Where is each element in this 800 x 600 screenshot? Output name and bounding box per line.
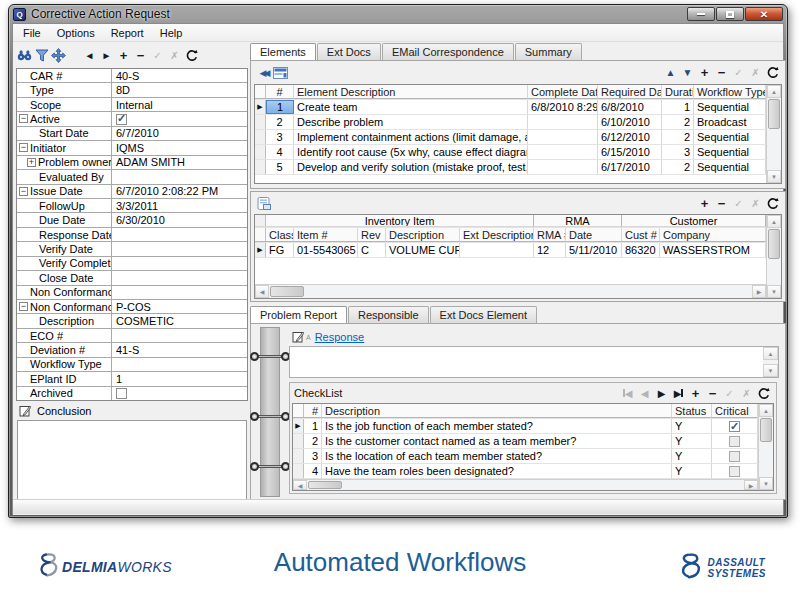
cell-rma[interactable]: 12: [534, 243, 566, 257]
cell-description[interactable]: VOLUME CUP: [386, 243, 460, 257]
scroll-up-icon[interactable]: ▲: [763, 347, 778, 360]
table-row[interactable]: 5Develop and verify solution (mistake pr…: [255, 160, 766, 175]
delete-record-icon[interactable]: −: [132, 47, 149, 63]
column-header-company[interactable]: Company: [660, 228, 766, 242]
column-header-cust[interactable]: Cust #: [622, 228, 660, 242]
cell-duration[interactable]: 2: [662, 130, 694, 144]
table-row[interactable]: 4Have the team roles been designated?Y: [293, 464, 758, 479]
property-value[interactable]: IQMS: [112, 141, 247, 154]
cell-duration[interactable]: 3: [662, 145, 694, 159]
property-value[interactable]: COSMETIC: [112, 314, 247, 327]
refresh-items-icon[interactable]: [764, 195, 781, 211]
checkbox-unchecked[interactable]: [729, 451, 740, 462]
prior-row-icon[interactable]: ◀: [636, 385, 653, 401]
cell-workflow-type[interactable]: Sequential: [694, 130, 766, 144]
column-header-class[interactable]: Class: [266, 228, 294, 242]
cell-ext-description[interactable]: [460, 243, 534, 257]
post-element-icon[interactable]: ✓: [730, 65, 747, 81]
report-icon[interactable]: [255, 195, 272, 211]
property-value[interactable]: 6/7/2010: [112, 127, 247, 140]
cell-required-date[interactable]: 6/12/2010: [598, 130, 662, 144]
collapse-all-icon[interactable]: ◀◀: [255, 65, 272, 81]
checkbox-checked[interactable]: [729, 421, 740, 432]
menu-help[interactable]: Help: [152, 25, 191, 41]
property-value[interactable]: [112, 242, 247, 255]
property-row-scope[interactable]: ScopeInternal: [17, 98, 247, 112]
cell-duration[interactable]: 1: [662, 100, 694, 114]
column-header-description[interactable]: Description: [386, 228, 460, 242]
cell-required-date[interactable]: 6/17/2010: [598, 160, 662, 174]
cell-class[interactable]: FG: [266, 243, 294, 257]
property-value[interactable]: [112, 112, 247, 125]
cell-num[interactable]: 4: [266, 145, 294, 159]
menu-options[interactable]: Options: [49, 25, 103, 41]
checkbox-unchecked[interactable]: [729, 466, 740, 477]
cell-description[interactable]: Is the location of each team member stat…: [322, 449, 672, 463]
scroll-down-icon[interactable]: ▼: [767, 170, 781, 183]
property-row-followup[interactable]: FollowUp3/3/2011: [17, 199, 247, 213]
property-value[interactable]: Internal: [112, 98, 247, 111]
tab-problem-report[interactable]: Problem Report: [250, 306, 347, 324]
maximize-button[interactable]: [716, 7, 744, 21]
column-header-rev[interactable]: Rev: [358, 228, 386, 242]
scroll-up-icon[interactable]: ▲: [767, 85, 781, 98]
property-value[interactable]: [112, 271, 247, 284]
refresh-icon[interactable]: [183, 47, 200, 63]
cell-workflow-type[interactable]: Sequential: [694, 145, 766, 159]
cell-complete-date[interactable]: [528, 145, 598, 159]
column-header-item[interactable]: Item #: [294, 228, 358, 242]
cancel-item-icon[interactable]: ✗: [747, 195, 764, 211]
elements-grid[interactable]: #Element DescriptionComplete DateRequire…: [254, 84, 782, 184]
post-row-icon[interactable]: ✓: [721, 385, 738, 401]
table-row[interactable]: 3Implement containment actions (limit da…: [255, 130, 766, 145]
checklist-vscroll[interactable]: ▲ ▼: [758, 404, 773, 490]
scroll-left-icon[interactable]: ◀: [293, 480, 307, 490]
delete-element-icon[interactable]: −: [713, 65, 730, 81]
add-element-icon[interactable]: +: [696, 65, 713, 81]
response-link[interactable]: Response: [315, 331, 365, 343]
property-value[interactable]: ADAM SMITH: [112, 156, 247, 169]
response-vscroll[interactable]: ▲ ▼: [763, 347, 778, 377]
cell-complete-date[interactable]: [528, 160, 598, 174]
scroll-right-icon[interactable]: ▶: [752, 285, 766, 298]
move-up-icon[interactable]: ▲: [662, 65, 679, 81]
cell-duration[interactable]: 2: [662, 115, 694, 129]
column-header-duration[interactable]: Duration: [662, 85, 694, 99]
next-record-icon[interactable]: ►: [98, 47, 115, 63]
column-header-required-date[interactable]: Required Date: [598, 85, 662, 99]
next-row-icon[interactable]: ▶: [653, 385, 670, 401]
property-row-non-conformance[interactable]: Non Conformance: [17, 286, 247, 300]
navigator-icon[interactable]: [50, 47, 67, 63]
add-item-icon[interactable]: +: [696, 195, 713, 211]
column-header-complete-date[interactable]: Complete Date: [528, 85, 598, 99]
property-value[interactable]: [112, 358, 247, 371]
cell-cust[interactable]: 86320: [622, 243, 660, 257]
checkbox-unchecked[interactable]: [116, 388, 127, 399]
filter-icon[interactable]: [33, 47, 50, 63]
property-row-verify-date[interactable]: Verify Date: [17, 242, 247, 256]
tab-summary[interactable]: Summary: [515, 43, 582, 60]
property-row-issue-date[interactable]: −Issue Date6/7/2010 2:08:22 PM: [17, 185, 247, 199]
property-value[interactable]: 6/30/2010: [112, 213, 247, 226]
cell-workflow-type[interactable]: Broadcast: [694, 115, 766, 129]
cell-item[interactable]: 01-5543065: [294, 243, 358, 257]
cell-date[interactable]: 5/11/2010 1: [566, 243, 622, 257]
property-value[interactable]: 40-S: [112, 69, 247, 82]
find-icon[interactable]: [16, 47, 33, 63]
table-row[interactable]: 3Is the location of each team member sta…: [293, 449, 758, 464]
last-row-icon[interactable]: ▶: [670, 385, 687, 401]
scroll-left-icon[interactable]: ◀: [255, 285, 269, 298]
checkbox-unchecked[interactable]: [729, 436, 740, 447]
property-row-description[interactable]: DescriptionCOSMETIC: [17, 314, 247, 328]
expand-icon[interactable]: −: [19, 143, 28, 152]
table-row[interactable]: ▶1Create team6/8/2010 8:29:46/8/20101Seq…: [255, 100, 766, 115]
cell-critical[interactable]: [712, 434, 758, 448]
cell-description[interactable]: Is the customer contact named as a team …: [322, 434, 672, 448]
tab-ext-docs[interactable]: Ext Docs: [317, 43, 381, 60]
property-row-evaluated-by[interactable]: Evaluated By: [17, 170, 247, 184]
column-header-description[interactable]: Description: [322, 404, 672, 418]
property-row-problem-owner[interactable]: +Problem ownerADAM SMITH: [17, 156, 247, 170]
cell-description[interactable]: Create team: [294, 100, 528, 114]
cell-workflow-type[interactable]: Sequential: [694, 160, 766, 174]
cell-status[interactable]: Y: [672, 464, 712, 478]
